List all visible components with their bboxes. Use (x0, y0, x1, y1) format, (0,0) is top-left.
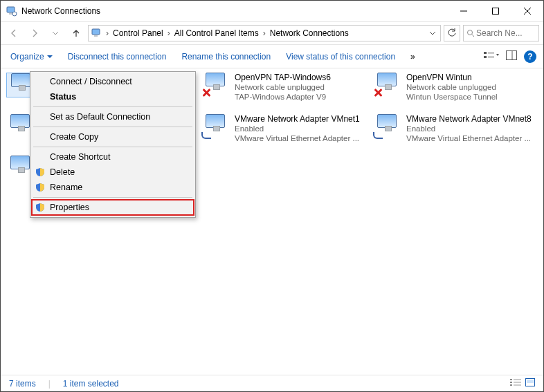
adapter-item[interactable] (201, 73, 229, 97)
svg-rect-12 (484, 56, 487, 58)
help-button[interactable]: ? (524, 50, 536, 63)
details-view-button[interactable] (510, 378, 521, 389)
window-title: Network Connections (21, 6, 100, 16)
svg-rect-13 (488, 52, 494, 54)
chevron-right-icon[interactable]: › (165, 28, 172, 38)
svg-rect-7 (92, 29, 100, 35)
svg-rect-19 (510, 382, 512, 383)
search-input[interactable]: Search Ne... (463, 25, 539, 41)
rename-button[interactable]: Rename this connection (181, 52, 271, 62)
status-bar: 7 items | 1 item selected (1, 375, 543, 391)
shield-icon (35, 183, 45, 192)
chevron-right-icon[interactable]: › (104, 28, 111, 38)
adapter-item[interactable] (373, 114, 401, 139)
adapter-item[interactable] (201, 114, 229, 139)
minimize-button[interactable] (448, 1, 480, 21)
maximize-button[interactable] (480, 1, 511, 21)
chevron-right-icon[interactable]: › (261, 28, 268, 38)
menu-status[interactable]: Status (32, 89, 194, 104)
address-bar: › Control Panel › All Control Panel Item… (1, 21, 543, 45)
overflow-button[interactable]: » (410, 52, 415, 62)
search-icon (466, 29, 475, 37)
breadcrumb-item[interactable]: Network Connections (268, 28, 351, 38)
svg-rect-20 (514, 382, 521, 383)
menu-separator (33, 106, 192, 107)
svg-rect-4 (493, 8, 499, 15)
shield-icon (35, 203, 45, 212)
svg-rect-15 (507, 51, 517, 60)
back-button[interactable] (5, 24, 23, 42)
refresh-button[interactable] (444, 25, 460, 41)
svg-rect-22 (514, 384, 521, 386)
titlebar: Network Connections (1, 1, 543, 21)
breadcrumb-item[interactable]: All Control Panel Items (172, 28, 261, 38)
menu-separator (33, 147, 192, 147)
adapter-text[interactable]: VMware Network Adapter VMnet8 Enabled VM… (406, 114, 532, 143)
disconnected-icon (201, 88, 211, 97)
item-count: 7 items (9, 379, 36, 389)
context-menu: Connect / Disconnect Status Set as Defau… (30, 71, 196, 218)
menu-separator (33, 197, 192, 198)
menu-set-default[interactable]: Set as Default Connection (32, 109, 194, 124)
recent-dropdown[interactable] (46, 24, 64, 42)
menu-separator (33, 127, 192, 127)
organize-menu[interactable]: Organize (10, 52, 53, 62)
adapter-text[interactable]: OpenVPN Wintun Network cable unplugged W… (406, 73, 498, 102)
menu-delete[interactable]: Delete (32, 165, 194, 180)
svg-point-2 (12, 12, 17, 16)
menu-properties[interactable]: Properties (32, 200, 194, 215)
svg-point-9 (468, 30, 473, 35)
svg-rect-17 (510, 379, 512, 380)
svg-rect-11 (484, 52, 487, 54)
adapter-text[interactable]: VMware Network Adapter VMnet1 Enabled VM… (235, 114, 360, 143)
shield-icon (35, 167, 45, 177)
menu-create-copy[interactable]: Create Copy (32, 129, 194, 144)
content-area[interactable]: OpenVPN TAP-Windows6 Network cable unplu… (1, 68, 543, 375)
svg-rect-0 (7, 7, 15, 12)
menu-create-shortcut[interactable]: Create Shortcut (32, 149, 194, 165)
view-status-button[interactable]: View status of this connection (286, 52, 395, 62)
breadcrumb-icon (90, 28, 104, 39)
adapter-item[interactable] (373, 73, 401, 97)
disconnected-icon (373, 88, 383, 97)
svg-rect-14 (488, 56, 494, 58)
disconnect-button[interactable]: Disconnect this connection (68, 52, 167, 62)
explorer-window: Network Connections › Control Panel › Al… (0, 0, 544, 392)
chevron-down-icon[interactable] (429, 30, 436, 37)
command-bar: Organize Disconnect this connection Rena… (1, 45, 543, 68)
chevron-down-icon (47, 54, 53, 59)
breadcrumb-item[interactable]: Control Panel (111, 28, 165, 38)
breadcrumb[interactable]: › Control Panel › All Control Panel Item… (88, 25, 441, 41)
selection-count: 1 item selected (63, 379, 119, 389)
large-icons-view-button[interactable] (525, 378, 535, 389)
menu-rename[interactable]: Rename (32, 180, 194, 195)
close-button[interactable] (511, 1, 543, 21)
svg-rect-18 (514, 379, 521, 380)
svg-line-10 (472, 35, 474, 37)
search-placeholder: Search Ne... (476, 28, 523, 38)
svg-rect-8 (94, 35, 98, 37)
view-options-button[interactable] (484, 50, 499, 62)
app-icon (6, 6, 17, 17)
adapter-text[interactable]: OpenVPN TAP-Windows6 Network cable unplu… (235, 73, 331, 102)
forward-button[interactable] (26, 24, 44, 42)
menu-connect-disconnect[interactable]: Connect / Disconnect (32, 74, 194, 89)
up-button[interactable] (67, 24, 85, 42)
svg-rect-21 (510, 384, 512, 386)
svg-rect-24 (527, 380, 534, 383)
svg-rect-1 (9, 13, 12, 15)
cable-icon (201, 132, 211, 139)
cable-icon (373, 132, 383, 139)
preview-pane-button[interactable] (506, 50, 517, 62)
